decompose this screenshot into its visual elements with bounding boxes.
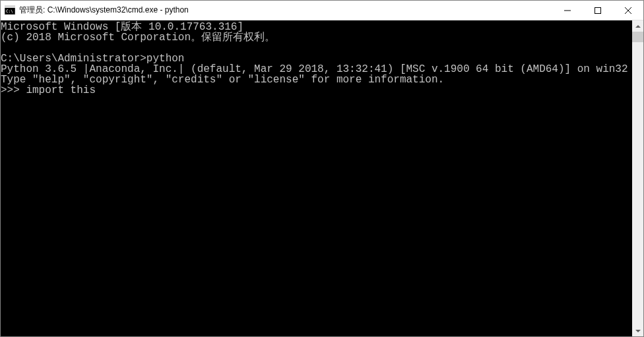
maximize-button[interactable] bbox=[583, 1, 613, 20]
console-area: Microsoft Windows [版本 10.0.17763.316](c)… bbox=[1, 20, 643, 336]
scroll-down-button[interactable] bbox=[632, 325, 643, 336]
console-line: C:\Users\Administrator>python bbox=[1, 53, 632, 64]
title-buttons bbox=[552, 1, 643, 20]
console-content[interactable]: Microsoft Windows [版本 10.0.17763.316](c)… bbox=[1, 20, 632, 336]
console-line: >>> import this bbox=[1, 85, 632, 96]
console-line bbox=[1, 43, 632, 53]
scroll-up-button[interactable] bbox=[632, 20, 643, 32]
titlebar[interactable]: C:\ 管理员: C:\Windows\system32\cmd.exe - p… bbox=[1, 1, 643, 20]
title-left: C:\ 管理员: C:\Windows\system32\cmd.exe - p… bbox=[1, 5, 552, 16]
svg-rect-4 bbox=[595, 7, 601, 13]
minimize-button[interactable] bbox=[552, 1, 583, 20]
cmd-window: C:\ 管理员: C:\Windows\system32\cmd.exe - p… bbox=[0, 0, 644, 337]
vertical-scrollbar[interactable] bbox=[632, 20, 643, 336]
window-title: 管理员: C:\Windows\system32\cmd.exe - pytho… bbox=[19, 5, 189, 16]
chevron-up-icon bbox=[635, 25, 641, 28]
console-line: Microsoft Windows [版本 10.0.17763.316] bbox=[1, 22, 632, 32]
console-line: (c) 2018 Microsoft Corporation。保留所有权利。 bbox=[1, 32, 632, 43]
close-button[interactable] bbox=[613, 1, 643, 20]
console-line: Type "help", "copyright", "credits" or "… bbox=[1, 75, 632, 85]
console-line: Python 3.6.5 |Anaconda, Inc.| (default, … bbox=[1, 64, 632, 75]
svg-rect-1 bbox=[5, 6, 15, 8]
svg-text:C:\: C:\ bbox=[6, 9, 13, 13]
chevron-down-icon bbox=[635, 330, 641, 332]
cmd-icon: C:\ bbox=[5, 5, 15, 16]
scroll-thumb[interactable] bbox=[632, 32, 643, 42]
